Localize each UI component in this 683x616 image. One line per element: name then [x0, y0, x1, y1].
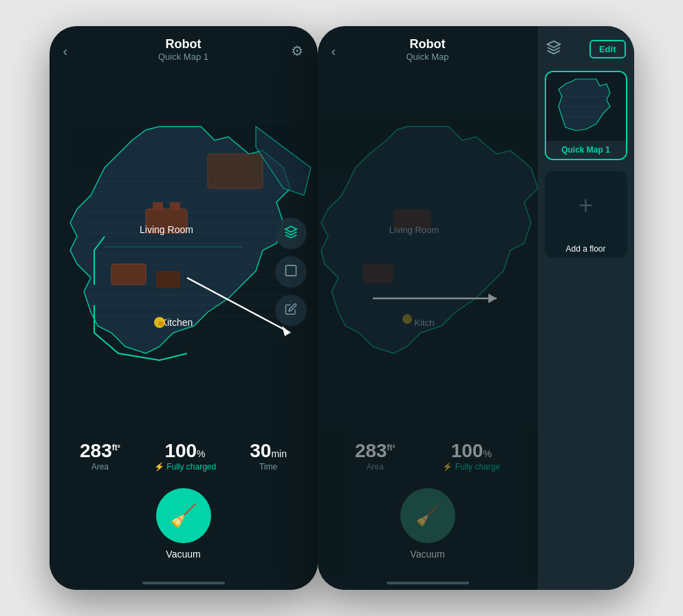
battery-value: 100% — [154, 441, 216, 461]
add-floor-card[interactable]: + Add a floor — [545, 171, 627, 258]
home-bar-1 — [142, 582, 225, 584]
area-stat-2: 283ft² Area — [355, 441, 395, 472]
robot-title-2: Robot — [406, 37, 448, 52]
home-bar-2 — [387, 582, 469, 584]
home-indicator-1 — [50, 576, 318, 590]
area-stat: 283ft² Area — [80, 441, 120, 472]
stats-row-1: 283ft² Area 100% ⚡ Fully charged 30min T… — [50, 430, 318, 477]
fab-buttons — [275, 218, 307, 327]
add-floor-icon: + — [578, 191, 593, 220]
battery-stat-2: 100% ⚡ Fully charge — [442, 441, 500, 472]
time-stat: 30min Time — [250, 441, 287, 472]
edit-icon — [285, 302, 297, 318]
zone-fab-button[interactable] — [275, 256, 307, 288]
map-subtitle-2: Quick Map — [406, 52, 448, 65]
vacuum-button-1[interactable]: 🧹 — [156, 488, 211, 543]
back-button-2[interactable]: ‹ — [332, 43, 352, 59]
vacuum-icon-2: 🧹 — [415, 505, 440, 527]
home-indicator-2 — [318, 576, 538, 590]
vacuum-icon-1: 🧹 — [170, 503, 197, 529]
robot-title-1: Robot — [158, 37, 208, 52]
map-area-1: Living Room Kitchen — [50, 70, 318, 430]
zone-icon — [284, 263, 298, 280]
vacuum-section-2: 🧹 Vacuum — [318, 477, 538, 576]
map-subtitle-1: Quick Map 1 — [158, 52, 208, 65]
svg-marker-55 — [547, 41, 559, 47]
add-floor-label: Add a floor — [545, 240, 627, 258]
screen-2: ‹ Robot Quick Map — [318, 26, 634, 590]
time-label: Time — [250, 462, 287, 472]
map-card-label: Quick Map 1 — [546, 141, 626, 159]
vacuum-label-2: Vacuum — [410, 549, 444, 560]
area-label-2: Area — [355, 462, 395, 472]
edit-panel-button[interactable]: Edit — [589, 40, 626, 58]
map-card-thumbnail — [546, 72, 626, 141]
area-label: Area — [80, 462, 120, 472]
area-value: 283ft² — [80, 441, 120, 461]
svg-marker-32 — [285, 226, 296, 232]
battery-stat: 100% ⚡ Fully charged — [154, 441, 216, 472]
battery-value-2: 100% — [442, 441, 500, 461]
vacuum-label-1: Vacuum — [166, 549, 200, 560]
svg-rect-33 — [285, 265, 296, 276]
map-svg-2: Living Room Kitch — [318, 70, 538, 430]
svg-rect-21 — [111, 264, 146, 285]
map-area-2: Living Room Kitch — [318, 70, 538, 430]
area-value-2: 283ft² — [355, 441, 395, 461]
svg-rect-22 — [156, 271, 180, 288]
header-2: ‹ Robot Quick Map — [318, 26, 538, 70]
svg-point-29 — [158, 321, 164, 327]
screen-1: ‹ Robot Quick Map 1 ⚙ — [50, 26, 318, 590]
side-panel-header: Edit — [538, 26, 634, 65]
svg-text:Kitch: Kitch — [414, 318, 434, 328]
edit-fab-button[interactable] — [275, 295, 307, 327]
add-floor-thumb: + — [545, 171, 627, 240]
layers-fab-button[interactable] — [275, 218, 307, 250]
header-1: ‹ Robot Quick Map 1 ⚙ — [50, 26, 318, 70]
battery-label-2: ⚡ Fully charge — [442, 462, 500, 472]
map-card-1[interactable]: Quick Map 1 — [545, 71, 627, 160]
battery-label: ⚡ Fully charged — [154, 462, 216, 472]
stats-row-2: 283ft² Area 100% ⚡ Fully charge — [318, 430, 538, 477]
svg-rect-19 — [153, 202, 163, 210]
svg-rect-20 — [170, 202, 180, 210]
svg-rect-49 — [362, 264, 393, 283]
svg-text:Living Room: Living Room — [389, 225, 438, 235]
vacuum-button-2[interactable]: 🧹 — [400, 488, 455, 543]
map-panel: ‹ Robot Quick Map — [318, 26, 538, 590]
vacuum-section-1: 🧹 Vacuum — [50, 477, 318, 576]
svg-rect-23 — [208, 154, 263, 188]
map-thumb-svg — [552, 76, 620, 138]
back-button-1[interactable]: ‹ — [63, 43, 84, 59]
svg-text:Living Room: Living Room — [140, 224, 193, 235]
svg-text:Kitchen: Kitchen — [160, 317, 193, 328]
side-panel: Edit Quick Map 1 — [538, 26, 634, 590]
layers-icon — [284, 225, 298, 242]
settings-button[interactable]: ⚙ — [283, 43, 303, 59]
time-value: 30min — [250, 441, 287, 461]
layers-panel-icon[interactable] — [546, 40, 561, 58]
svg-point-52 — [402, 314, 412, 324]
